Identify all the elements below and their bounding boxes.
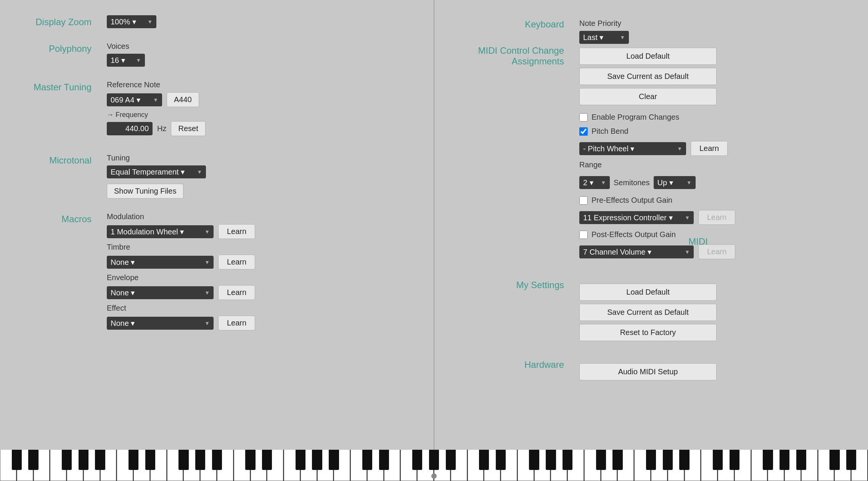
voices-select[interactable]: 16 ▾ (107, 54, 145, 67)
audio-midi-setup-button[interactable]: Audio MIDI Setup (579, 363, 717, 380)
my-settings-save-current-button[interactable]: Save Current as Default (579, 304, 717, 321)
piano-keyboard[interactable] (0, 450, 868, 481)
modulation-select[interactable]: 1 Modulation Wheel ▾ (107, 225, 214, 238)
range-select[interactable]: 2 ▾ (579, 176, 610, 189)
a440-button[interactable]: A440 (167, 92, 199, 107)
voices-label: Voices (107, 42, 411, 51)
modulation-learn-button[interactable]: Learn (218, 224, 255, 239)
black-key-17[interactable] (296, 450, 305, 470)
display-zoom-select-wrapper: 100% ▾ (107, 15, 156, 28)
envelope-learn-button[interactable]: Learn (218, 285, 255, 300)
midi-load-default-button[interactable]: Load Default (579, 48, 717, 65)
black-key-14[interactable] (245, 450, 255, 470)
black-key-8[interactable] (145, 450, 155, 470)
reset-button[interactable]: Reset (171, 121, 205, 136)
black-key-28[interactable] (479, 450, 489, 470)
show-tuning-files-button[interactable]: Show Tuning Files (107, 184, 183, 199)
black-key-24[interactable] (412, 450, 422, 470)
frequency-input[interactable] (107, 122, 153, 135)
note-priority-label: Note Priority (579, 19, 845, 28)
range-row: Range (579, 160, 845, 169)
reference-note-label: Reference Note (107, 80, 411, 89)
black-key-46[interactable] (780, 450, 789, 470)
my-settings-section: My Settings Load Default Save Current as… (457, 280, 845, 344)
black-key-4[interactable] (79, 450, 88, 470)
post-effects-checkbox[interactable] (579, 231, 588, 239)
display-zoom-label: Display Zoom (23, 15, 107, 27)
up-select-wrapper: Up ▾ (654, 176, 696, 189)
midi-control-label: MIDI Control ChangeAssignments (457, 44, 579, 67)
effect-learn-button[interactable]: Learn (218, 316, 255, 330)
black-key-47[interactable] (796, 450, 806, 470)
midi-save-current-button[interactable]: Save Current as Default (579, 68, 717, 85)
post-effects-select[interactable]: 7 Channel Volume ▾ (579, 245, 694, 258)
piano-keys (0, 450, 868, 481)
master-tuning-label: Master Tuning (23, 80, 107, 93)
effect-select[interactable]: None ▾ (107, 317, 214, 330)
reference-note-select[interactable]: 069 A4 ▾ (107, 93, 162, 106)
black-key-12[interactable] (212, 450, 222, 470)
black-key-19[interactable] (329, 450, 339, 470)
black-key-10[interactable] (178, 450, 188, 470)
black-key-50[interactable] (846, 450, 856, 470)
pre-effects-label: Pre-Effects Output Gain (592, 196, 672, 205)
range-select-wrapper: 2 ▾ (579, 176, 610, 189)
hardware-label: Hardware (457, 359, 579, 370)
keyboard-section: Keyboard Note Priority Last ▾ (457, 15, 845, 44)
black-key-45[interactable] (763, 450, 773, 470)
black-key-18[interactable] (312, 450, 322, 470)
black-key-29[interactable] (496, 450, 506, 470)
timbre-row: None ▾ Learn (107, 255, 411, 269)
black-key-11[interactable] (195, 450, 205, 470)
black-key-49[interactable] (829, 450, 839, 470)
black-key-40[interactable] (679, 450, 689, 470)
tuning-select[interactable]: Equal Temperament ▾ (107, 165, 206, 178)
range-label: Range (579, 160, 602, 169)
black-key-31[interactable] (529, 450, 539, 470)
black-key-22[interactable] (379, 450, 389, 470)
my-settings-label: My Settings (457, 280, 579, 290)
pitch-bend-checkbox[interactable] (579, 127, 588, 136)
up-select[interactable]: Up ▾ (654, 176, 696, 189)
midi-control-content: Load Default Save Current as Default Cle… (579, 44, 845, 265)
black-key-1[interactable] (28, 450, 38, 470)
pitch-wheel-select[interactable]: - Pitch Wheel ▾ (579, 142, 686, 155)
black-key-39[interactable] (663, 450, 673, 470)
black-key-21[interactable] (362, 450, 372, 470)
display-zoom-select[interactable]: 100% ▾ (107, 15, 156, 28)
my-settings-load-default-button[interactable]: Load Default (579, 284, 717, 301)
timbre-learn-button[interactable]: Learn (218, 255, 255, 269)
pre-effects-checkbox[interactable] (579, 196, 588, 205)
note-priority-select[interactable]: Last ▾ (579, 31, 629, 44)
black-key-33[interactable] (563, 450, 572, 470)
midi-control-section: MIDI Control ChangeAssignments Load Defa… (457, 44, 845, 265)
pitch-bend-learn-button[interactable]: Learn (691, 141, 728, 156)
black-key-25[interactable] (429, 450, 439, 470)
black-key-15[interactable] (262, 450, 272, 470)
black-key-42[interactable] (713, 450, 723, 470)
black-key-35[interactable] (596, 450, 606, 470)
my-settings-reset-factory-button[interactable]: Reset to Factory (579, 324, 717, 341)
black-key-0[interactable] (12, 450, 22, 470)
timbre-select[interactable]: None ▾ (107, 256, 214, 269)
black-key-32[interactable] (546, 450, 556, 470)
pre-effects-select[interactable]: 11 Expression Controller ▾ (579, 211, 694, 224)
black-key-5[interactable] (95, 450, 105, 470)
microtonal-label: Microtonal (23, 154, 107, 166)
macros-label: Macros (23, 212, 107, 224)
enable-program-changes-checkbox[interactable] (579, 113, 588, 122)
midi-clear-button[interactable]: Clear (579, 88, 717, 105)
master-tuning-section: Master Tuning Reference Note 069 A4 ▾ A4… (23, 80, 411, 140)
black-key-38[interactable] (646, 450, 656, 470)
envelope-select[interactable]: None ▾ (107, 286, 214, 299)
my-settings-content: Load Default Save Current as Default Res… (579, 280, 845, 344)
black-key-3[interactable] (62, 450, 72, 470)
pre-effects-checkbox-row: Pre-Effects Output Gain (579, 196, 845, 205)
pre-effects-learn-button[interactable]: Learn (698, 210, 735, 225)
black-key-43[interactable] (730, 450, 739, 470)
frequency-label: → Frequency (107, 111, 411, 119)
black-key-36[interactable] (612, 450, 622, 470)
pitch-wheel-select-wrapper: - Pitch Wheel ▾ (579, 142, 686, 155)
black-key-7[interactable] (129, 450, 138, 470)
black-key-26[interactable] (446, 450, 456, 470)
